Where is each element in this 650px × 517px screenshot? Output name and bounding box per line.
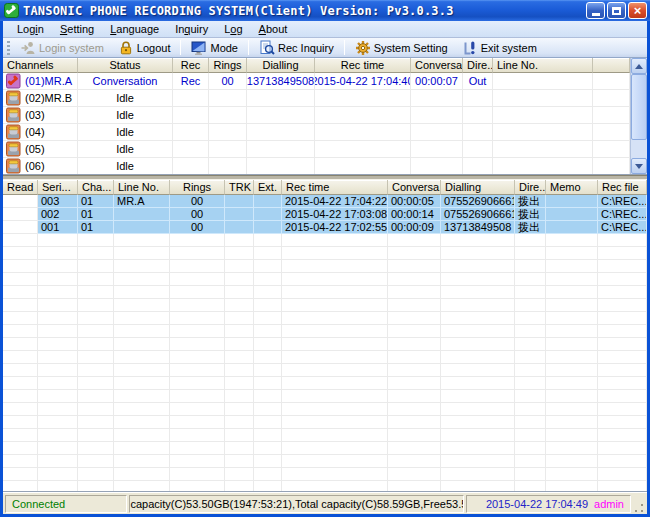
column-header-rings[interactable]: Rings [170, 180, 225, 195]
column-header-cha[interactable]: Cha... [78, 180, 114, 195]
column-header-rings[interactable]: Rings [209, 58, 247, 73]
cell-cha [78, 416, 114, 429]
exit-system-button[interactable]: Exit system [456, 39, 543, 57]
record-row[interactable]: 00201002015-04-22 17:03:0800:00:14075526… [3, 208, 647, 221]
column-header-conversa[interactable]: Conversa... [388, 180, 441, 195]
record-row[interactable] [3, 286, 647, 299]
menu-item-inquiry[interactable]: Inquiry [167, 22, 216, 36]
phone-idle-icon [6, 158, 22, 174]
column-header-read[interactable]: Read [3, 180, 38, 195]
channel-row[interactable]: (02)MR.BIdle [3, 90, 630, 107]
scrollbar-up-button[interactable] [631, 58, 647, 74]
record-row[interactable]: 00101002015-04-22 17:02:5500:00:09137138… [3, 221, 647, 234]
record-row[interactable] [3, 260, 647, 273]
record-row[interactable] [3, 338, 647, 351]
column-header-line-no[interactable]: Line No. [493, 58, 593, 73]
record-row[interactable] [3, 234, 647, 247]
cell-rec-time [282, 416, 388, 429]
rec-inquiry-button[interactable]: Rec Inquiry [253, 39, 340, 57]
cell-dire: 拨出 [515, 195, 546, 208]
cell-channels: (06) [3, 158, 78, 174]
cell-trk [225, 481, 254, 492]
cell-ext [254, 429, 282, 442]
column-header-rec-file[interactable]: Rec file [598, 180, 647, 195]
record-row[interactable] [3, 377, 647, 390]
menu-item-setting[interactable]: Setting [52, 22, 102, 36]
record-row[interactable] [3, 351, 647, 364]
cell-rec [173, 158, 209, 174]
channel-row[interactable]: (05)Idle [3, 141, 630, 158]
column-header-dialling[interactable]: Dialling [247, 58, 315, 73]
close-button[interactable]: × [628, 2, 647, 19]
minimize-button[interactable] [586, 2, 605, 19]
record-row[interactable] [3, 429, 647, 442]
column-header-dire[interactable]: Dire... [515, 180, 546, 195]
column-header-dialling[interactable]: Dialling [441, 180, 515, 195]
cell-conversa [388, 416, 441, 429]
cell-conversa [411, 107, 463, 124]
cell-dialling [441, 299, 515, 312]
scrollbar-track[interactable] [631, 74, 647, 158]
title-bar[interactable]: TANSONIC PHONE RECORDING SYSTEM(Client) … [0, 0, 650, 21]
toolbar-grip[interactable] [7, 41, 10, 55]
column-header-conversa[interactable]: Conversa... [411, 58, 463, 73]
cell-line-no [114, 403, 170, 416]
menu-item-about[interactable]: About [251, 22, 296, 36]
record-row[interactable] [3, 403, 647, 416]
column-header-channels[interactable]: Channels [3, 58, 78, 73]
menu-item-log[interactable]: Log [216, 22, 250, 36]
mode-button[interactable]: Mode [185, 39, 244, 57]
channel-row[interactable]: (01)MR.AConversationRec00137138495082015… [3, 73, 630, 90]
column-header-col[interactable] [593, 58, 630, 73]
cell-rec: Rec [173, 73, 209, 90]
record-row[interactable] [3, 455, 647, 468]
record-row[interactable] [3, 325, 647, 338]
system-setting-button[interactable]: System Setting [349, 39, 454, 57]
column-header-rec-time[interactable]: Rec time [315, 58, 411, 73]
cell-dialling [441, 286, 515, 299]
channels-scrollbar[interactable] [630, 58, 647, 174]
menu-item-language[interactable]: Language [102, 22, 167, 36]
column-header-seri[interactable]: Seri... [38, 180, 78, 195]
scrollbar-thumb[interactable] [631, 74, 647, 140]
column-header-rec[interactable]: Rec [173, 58, 209, 73]
channel-row[interactable]: (03)Idle [3, 107, 630, 124]
cell-dire [515, 286, 546, 299]
channel-row[interactable]: (04)Idle [3, 124, 630, 141]
column-header-dire[interactable]: Dire... [463, 58, 493, 73]
record-row[interactable] [3, 442, 647, 455]
cell-rings: 00 [170, 195, 225, 208]
record-row[interactable] [3, 468, 647, 481]
column-header-rec-time[interactable]: Rec time [282, 180, 388, 195]
record-row[interactable] [3, 299, 647, 312]
cell-memo [546, 364, 598, 377]
scrollbar-down-button[interactable] [631, 158, 647, 174]
column-header-trk[interactable]: TRK [225, 180, 254, 195]
column-header-status[interactable]: Status [78, 58, 173, 73]
column-header-memo[interactable]: Memo [546, 180, 598, 195]
cell-dire [515, 468, 546, 481]
logout-button[interactable]: Logout [112, 39, 177, 57]
record-row[interactable] [3, 273, 647, 286]
record-row[interactable] [3, 364, 647, 377]
record-row[interactable] [3, 312, 647, 325]
menu-item-login[interactable]: Login [9, 22, 52, 36]
record-row[interactable] [3, 481, 647, 492]
cell-cha [78, 481, 114, 492]
cell-conversa [388, 260, 441, 273]
cell-ext [254, 221, 282, 234]
maximize-button[interactable] [607, 2, 626, 19]
record-row[interactable]: 00301MR.A002015-04-22 17:04:2200:00:0507… [3, 195, 647, 208]
cell-ext [254, 455, 282, 468]
column-header-ext[interactable]: Ext. [254, 180, 282, 195]
cell-rec-time: 2015-04-22 17:04:40 [315, 73, 411, 90]
cell-rec-file [598, 455, 647, 468]
record-row[interactable] [3, 390, 647, 403]
record-row[interactable] [3, 247, 647, 260]
channel-row[interactable]: (06)Idle [3, 158, 630, 174]
cell-rec-time: 2015-04-22 17:02:55 [282, 221, 388, 234]
cell-trk [225, 221, 254, 234]
record-row[interactable] [3, 416, 647, 429]
column-header-line-no[interactable]: Line No. [114, 180, 170, 195]
resize-grip[interactable] [633, 502, 645, 514]
